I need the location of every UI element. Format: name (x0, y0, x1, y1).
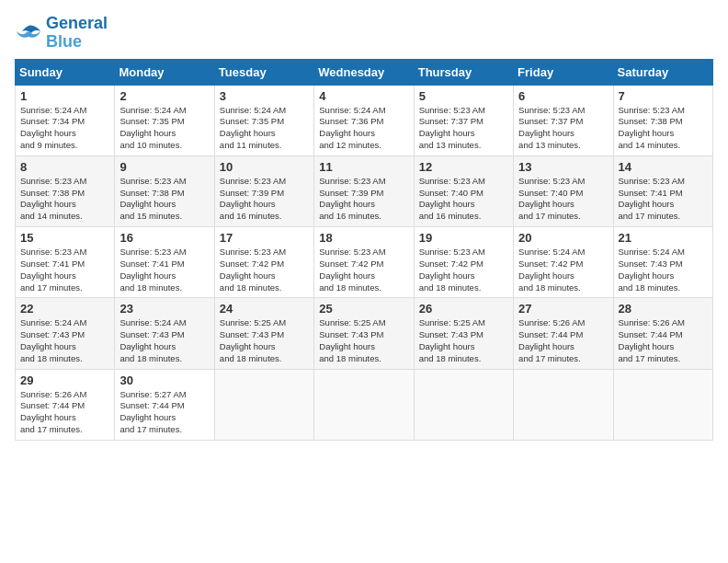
cell-content: Sunrise: 5:24 AMSunset: 7:36 PMDaylight … (319, 105, 408, 152)
calendar-cell: 24Sunrise: 5:25 AMSunset: 7:43 PMDayligh… (214, 298, 313, 369)
weekday-header: Wednesday (314, 59, 414, 85)
day-number: 6 (518, 89, 608, 103)
calendar-cell: 10Sunrise: 5:23 AMSunset: 7:39 PMDayligh… (214, 155, 313, 226)
calendar-cell: 15Sunrise: 5:23 AMSunset: 7:41 PMDayligh… (16, 227, 115, 298)
calendar-cell: 1Sunrise: 5:24 AMSunset: 7:34 PMDaylight… (16, 85, 115, 155)
calendar-cell: 21Sunrise: 5:24 AMSunset: 7:43 PMDayligh… (613, 227, 712, 298)
calendar-cell: 26Sunrise: 5:25 AMSunset: 7:43 PMDayligh… (414, 298, 513, 369)
cell-content: Sunrise: 5:23 AMSunset: 7:40 PMDaylight … (419, 176, 508, 223)
cell-content: Sunrise: 5:23 AMSunset: 7:41 PMDaylight … (20, 247, 109, 293)
weekday-header: Saturday (613, 59, 712, 85)
weekday-header: Friday (514, 59, 613, 85)
day-number: 4 (319, 89, 408, 103)
cell-content: Sunrise: 5:23 AMSunset: 7:42 PMDaylight … (319, 247, 408, 293)
calendar-cell: 8Sunrise: 5:23 AMSunset: 7:38 PMDaylight… (16, 155, 115, 226)
cell-content: Sunrise: 5:23 AMSunset: 7:39 PMDaylight … (220, 176, 309, 223)
cell-content: Sunrise: 5:26 AMSunset: 7:44 PMDaylight … (518, 317, 608, 364)
calendar-cell: 2Sunrise: 5:24 AMSunset: 7:35 PMDaylight… (115, 85, 214, 155)
day-number: 30 (119, 373, 209, 387)
calendar-cell (613, 369, 712, 440)
cell-content: Sunrise: 5:23 AMSunset: 7:37 PMDaylight … (518, 105, 608, 152)
day-number: 19 (419, 231, 508, 245)
cell-content: Sunrise: 5:25 AMSunset: 7:43 PMDaylight … (319, 317, 408, 364)
day-number: 22 (20, 302, 109, 316)
day-number: 20 (518, 231, 608, 245)
cell-content: Sunrise: 5:24 AMSunset: 7:42 PMDaylight … (518, 247, 608, 293)
day-number: 21 (619, 231, 708, 245)
calendar-week-row: 29Sunrise: 5:26 AMSunset: 7:44 PMDayligh… (16, 369, 713, 440)
day-number: 14 (619, 160, 708, 174)
calendar-cell: 17Sunrise: 5:23 AMSunset: 7:42 PMDayligh… (214, 227, 313, 298)
cell-content: Sunrise: 5:23 AMSunset: 7:40 PMDaylight … (518, 176, 608, 223)
day-number: 17 (220, 231, 309, 245)
calendar-cell: 20Sunrise: 5:24 AMSunset: 7:42 PMDayligh… (514, 227, 613, 298)
calendar-cell (314, 369, 414, 440)
cell-content: Sunrise: 5:24 AMSunset: 7:34 PMDaylight … (20, 105, 109, 152)
day-number: 15 (20, 231, 109, 245)
calendar-cell: 29Sunrise: 5:26 AMSunset: 7:44 PMDayligh… (16, 369, 115, 440)
cell-content: Sunrise: 5:24 AMSunset: 7:43 PMDaylight … (20, 317, 109, 364)
cell-content: Sunrise: 5:23 AMSunset: 7:42 PMDaylight … (220, 247, 309, 293)
cell-content: Sunrise: 5:23 AMSunset: 7:38 PMDaylight … (619, 105, 708, 152)
day-number: 12 (419, 160, 508, 174)
day-number: 8 (20, 160, 109, 174)
calendar-week-row: 15Sunrise: 5:23 AMSunset: 7:41 PMDayligh… (16, 227, 713, 298)
cell-content: Sunrise: 5:23 AMSunset: 7:39 PMDaylight … (319, 176, 408, 223)
cell-content: Sunrise: 5:26 AMSunset: 7:44 PMDaylight … (20, 389, 109, 436)
calendar-week-row: 22Sunrise: 5:24 AMSunset: 7:43 PMDayligh… (16, 298, 713, 369)
day-number: 10 (220, 160, 309, 174)
calendar-cell: 30Sunrise: 5:27 AMSunset: 7:44 PMDayligh… (115, 369, 214, 440)
calendar-week-row: 1Sunrise: 5:24 AMSunset: 7:34 PMDaylight… (16, 85, 713, 155)
calendar-cell (514, 369, 613, 440)
cell-content: Sunrise: 5:23 AMSunset: 7:42 PMDaylight … (419, 247, 508, 293)
day-number: 9 (119, 160, 209, 174)
calendar-cell: 19Sunrise: 5:23 AMSunset: 7:42 PMDayligh… (414, 227, 513, 298)
day-number: 16 (119, 231, 209, 245)
calendar-cell: 25Sunrise: 5:25 AMSunset: 7:43 PMDayligh… (314, 298, 414, 369)
cell-content: Sunrise: 5:25 AMSunset: 7:43 PMDaylight … (419, 317, 508, 364)
logo: GeneralBlue (15, 15, 108, 52)
calendar-cell: 7Sunrise: 5:23 AMSunset: 7:38 PMDaylight… (613, 85, 712, 155)
weekday-header: Thursday (414, 59, 513, 85)
calendar-cell: 22Sunrise: 5:24 AMSunset: 7:43 PMDayligh… (16, 298, 115, 369)
calendar-cell: 23Sunrise: 5:24 AMSunset: 7:43 PMDayligh… (115, 298, 214, 369)
calendar-cell: 9Sunrise: 5:23 AMSunset: 7:38 PMDaylight… (115, 155, 214, 226)
day-number: 3 (220, 89, 309, 103)
calendar-cell: 14Sunrise: 5:23 AMSunset: 7:41 PMDayligh… (613, 155, 712, 226)
calendar-cell (414, 369, 513, 440)
calendar-cell: 5Sunrise: 5:23 AMSunset: 7:37 PMDaylight… (414, 85, 513, 155)
weekday-header: Tuesday (214, 59, 313, 85)
calendar-cell: 4Sunrise: 5:24 AMSunset: 7:36 PMDaylight… (314, 85, 414, 155)
cell-content: Sunrise: 5:23 AMSunset: 7:38 PMDaylight … (119, 176, 209, 223)
cell-content: Sunrise: 5:24 AMSunset: 7:43 PMDaylight … (119, 317, 209, 364)
calendar-cell: 11Sunrise: 5:23 AMSunset: 7:39 PMDayligh… (314, 155, 414, 226)
day-number: 7 (619, 89, 708, 103)
calendar-cell: 12Sunrise: 5:23 AMSunset: 7:40 PMDayligh… (414, 155, 513, 226)
day-number: 11 (319, 160, 408, 174)
calendar-cell: 27Sunrise: 5:26 AMSunset: 7:44 PMDayligh… (514, 298, 613, 369)
day-number: 18 (319, 231, 408, 245)
calendar-cell: 3Sunrise: 5:24 AMSunset: 7:35 PMDaylight… (214, 85, 313, 155)
day-number: 29 (20, 373, 109, 387)
logo-text: GeneralBlue (46, 15, 108, 52)
calendar-cell: 6Sunrise: 5:23 AMSunset: 7:37 PMDaylight… (514, 85, 613, 155)
cell-content: Sunrise: 5:24 AMSunset: 7:35 PMDaylight … (119, 105, 209, 152)
cell-content: Sunrise: 5:27 AMSunset: 7:44 PMDaylight … (119, 389, 209, 436)
day-number: 25 (319, 302, 408, 316)
weekday-header-row: SundayMondayTuesdayWednesdayThursdayFrid… (16, 59, 713, 85)
cell-content: Sunrise: 5:24 AMSunset: 7:43 PMDaylight … (619, 247, 708, 293)
weekday-header: Monday (115, 59, 214, 85)
calendar-table: SundayMondayTuesdayWednesdayThursdayFrid… (15, 59, 713, 441)
cell-content: Sunrise: 5:23 AMSunset: 7:38 PMDaylight … (20, 176, 109, 223)
day-number: 24 (220, 302, 309, 316)
cell-content: Sunrise: 5:24 AMSunset: 7:35 PMDaylight … (220, 105, 309, 152)
weekday-header: Sunday (16, 59, 115, 85)
cell-content: Sunrise: 5:23 AMSunset: 7:37 PMDaylight … (419, 105, 508, 152)
calendar-week-row: 8Sunrise: 5:23 AMSunset: 7:38 PMDaylight… (16, 155, 713, 226)
day-number: 23 (119, 302, 209, 316)
logo-icon (15, 22, 42, 44)
calendar-cell (214, 369, 313, 440)
cell-content: Sunrise: 5:23 AMSunset: 7:41 PMDaylight … (619, 176, 708, 223)
cell-content: Sunrise: 5:25 AMSunset: 7:43 PMDaylight … (220, 317, 309, 364)
day-number: 2 (119, 89, 209, 103)
